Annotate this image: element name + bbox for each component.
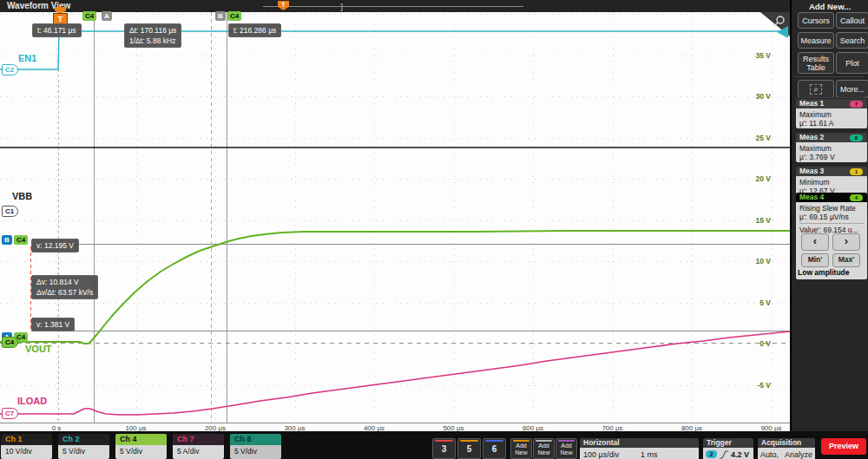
cursor-a-voltage-readout[interactable]: v: 1.381 V: [31, 318, 75, 331]
cursor-b-time-readout[interactable]: t: 216.286 µs: [228, 23, 281, 37]
meas2-body[interactable]: Maximum µ': 3.769 V: [796, 142, 867, 162]
acquisition-title: Acquisition: [758, 438, 815, 448]
trace-label-iload: ILOAD: [17, 396, 47, 406]
right-panel: Add New... Cursors Callout Measure Searc…: [790, 0, 868, 431]
trigger-title: Trigger: [703, 438, 753, 448]
meas1-body[interactable]: Maximum µ': 11.61 A: [796, 108, 867, 128]
add-new-stripe-orange: [513, 440, 529, 442]
channel-badge-ch7[interactable]: Ch 7 5 A/div: [173, 434, 224, 459]
results-table-button[interactable]: Results Table: [798, 52, 834, 74]
oscilloscope-screen: Waveform View T ] T C4 A B C4 t: 46.171 …: [0, 0, 868, 459]
measure-button[interactable]: Measure: [798, 32, 834, 49]
plot-button[interactable]: Plot: [836, 52, 868, 74]
cursors-button[interactable]: Cursors: [798, 12, 834, 29]
ch1-name: Ch 1: [1, 434, 52, 445]
ch6-color-stripe: [485, 440, 503, 442]
ch7-scale: 5 A/div: [173, 445, 224, 459]
meas3-title: Meas 3: [799, 167, 824, 175]
acquisition-mode: Auto,: [760, 449, 779, 459]
draw-box-zoom-button[interactable]: ⌕: [798, 80, 834, 98]
channel-marker-c1[interactable]: C1: [2, 206, 18, 217]
meas4-type: Rising Slew Rate: [799, 204, 867, 213]
inverse-delta-t-value: 1/Δt: 5.88 kHz: [129, 36, 176, 46]
ch1-scale: 10 V/div: [1, 445, 52, 459]
ch3-label: 3: [433, 444, 455, 454]
horizontal-record-length: 1 ms: [641, 449, 658, 459]
horizontal-panel[interactable]: Horizontal 100 µs/div 1 ms: [580, 438, 699, 459]
channel-badge-ch8[interactable]: Ch 8 5 V/div: [230, 434, 281, 459]
cursor-b-badge[interactable]: B: [215, 11, 226, 21]
channel-6-button[interactable]: 6: [483, 438, 506, 459]
meas4-source-badge: 4: [850, 194, 863, 201]
add-new-math-button[interactable]: Add New: [510, 438, 532, 459]
channel-marker-c7[interactable]: C7: [2, 408, 18, 419]
trace-vout: [0, 231, 790, 344]
meas3-header[interactable]: Meas 3 1: [796, 167, 867, 176]
hcursor-b-channel-badge[interactable]: C4: [14, 235, 28, 245]
callout-button[interactable]: Callout: [836, 12, 868, 29]
ch2-name: Ch 2: [58, 434, 109, 445]
meas4-prev-button[interactable]: ‹: [801, 233, 829, 251]
meas4-header[interactable]: Meas 4 4: [796, 193, 867, 202]
cursor-a-badge[interactable]: A: [102, 11, 112, 21]
ch8-name: Ch 8: [230, 434, 281, 445]
add-new-label: Add New: [511, 443, 531, 456]
meas1-header[interactable]: Meas 1 7: [796, 99, 867, 108]
search-button[interactable]: Search: [836, 32, 868, 49]
add-new-label: Add New: [534, 443, 554, 456]
cursor-delta-time-readout[interactable]: Δt: 170.116 µs 1/Δt: 5.88 kHz: [124, 23, 181, 48]
add-new-bus-button[interactable]: Add New: [556, 438, 577, 459]
ch2-right-edge-indicator[interactable]: [777, 26, 788, 38]
cursor-b-channel-badge[interactable]: C4: [227, 11, 241, 21]
meas4-status: Low amplitude: [798, 268, 850, 277]
cursor-a-time-readout[interactable]: t: 46.171 µs: [32, 23, 82, 37]
ch2-scale: 5 V/div: [58, 445, 109, 459]
add-new-title: Add New...: [792, 2, 868, 11]
channel-5-button[interactable]: 5: [457, 438, 481, 459]
add-new-ref-button[interactable]: Add New: [533, 438, 555, 459]
meas4-min-button[interactable]: Min': [801, 253, 829, 267]
preview-button[interactable]: Preview: [821, 438, 866, 455]
add-new-stripe-purple: [558, 440, 575, 442]
meas2-header[interactable]: Meas 2 8: [796, 133, 867, 142]
waveform-view: Waveform View T ] T C4 A B C4 t: 46.171 …: [0, 0, 790, 431]
trigger-panel[interactable]: Trigger 2 4.2 V: [703, 438, 753, 459]
meas1-type: Maximum: [799, 110, 867, 119]
channel-badge-ch2[interactable]: Ch 2 5 V/div: [58, 434, 109, 459]
cursor-a-channel-badge[interactable]: C4: [82, 11, 96, 21]
ch4-name: Ch 4: [115, 434, 167, 445]
cursor-delta-voltage-readout[interactable]: Δv: 10.814 V Δv/Δt: 63.57 kV/s: [31, 275, 98, 299]
delta-v-value: Δv: 10.814 V: [36, 277, 93, 287]
channel-3-button[interactable]: 3: [432, 438, 456, 459]
trigger-level: 4.2 V: [731, 449, 749, 459]
ch4-scale: 5 V/div: [115, 445, 167, 459]
meas4-body[interactable]: Rising Slew Rate µ': 69.15 µV/ns Value':…: [796, 202, 867, 279]
meas1-mean: µ': 11.61 A: [799, 119, 867, 128]
hcursor-b-badge[interactable]: B: [2, 235, 12, 245]
channel-marker-c4[interactable]: C4: [2, 337, 18, 348]
meas3-type: Minimum: [799, 178, 867, 187]
meas2-title: Meas 2: [799, 133, 824, 141]
channel-badge-ch1[interactable]: Ch 1 10 V/div: [1, 434, 52, 459]
ch7-name: Ch 7: [173, 434, 224, 445]
channel-badge-ch4[interactable]: Ch 4 5 V/div: [115, 434, 167, 459]
meas1-title: Meas 1: [799, 99, 824, 108]
panel-divider: [795, 76, 865, 77]
trace-en1: [0, 31, 790, 69]
meas1-source-badge: 7: [850, 101, 863, 108]
more-button[interactable]: More...: [836, 80, 868, 98]
ch6-label: 6: [483, 444, 505, 454]
meas4-max-button[interactable]: Max': [832, 253, 860, 267]
horizontal-title: Horizontal: [580, 438, 699, 448]
meas2-mean: µ': 3.769 V: [799, 153, 867, 161]
acquisition-panel[interactable]: Acquisition Auto, Analyze: [758, 438, 815, 459]
meas4-title: Meas 4: [799, 193, 824, 201]
trace-label-vout: VOUT: [25, 344, 52, 354]
bottom-bar: Ch 1 10 V/div Ch 2 5 V/div Ch 4 5 V/div …: [0, 431, 868, 459]
add-new-stripe-gray: [536, 440, 552, 442]
channel-marker-c2[interactable]: C2: [2, 64, 18, 75]
trace-iload: [0, 331, 790, 415]
cursor-b-voltage-readout[interactable]: v: 12.195 V: [31, 239, 79, 252]
meas4-next-button[interactable]: ›: [832, 233, 860, 251]
trigger-source-badge: 2: [706, 450, 717, 458]
